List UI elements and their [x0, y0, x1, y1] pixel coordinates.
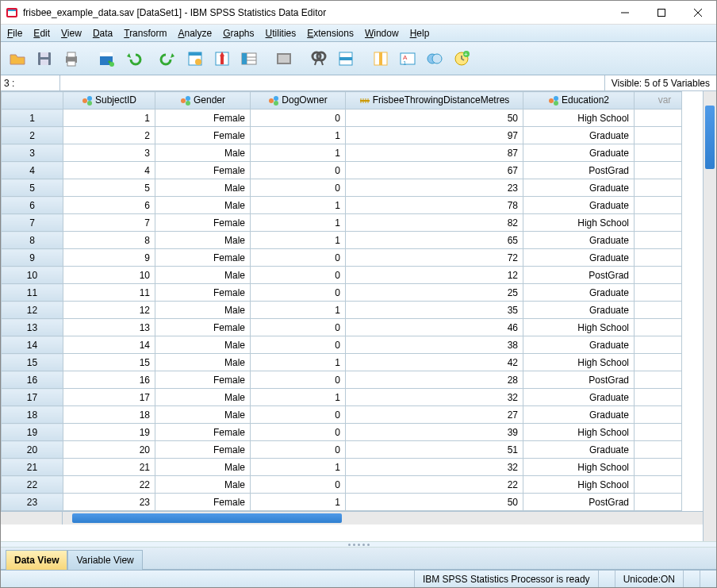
cell[interactable]: 32 — [346, 389, 523, 406]
cell[interactable]: 50 — [346, 494, 523, 511]
cell[interactable]: 0 — [251, 284, 346, 302]
cell[interactable]: 0 — [251, 406, 346, 424]
row-header[interactable]: 14 — [2, 336, 63, 354]
cell[interactable]: High School — [523, 459, 635, 476]
cell[interactable]: 15 — [63, 354, 155, 371]
cell[interactable]: 1 — [251, 144, 346, 162]
cell[interactable]: 11 — [63, 284, 155, 302]
row-header[interactable]: 23 — [2, 494, 63, 511]
weight-icon[interactable] — [423, 47, 447, 71]
cell[interactable]: PostGrad — [523, 371, 635, 389]
splitter-grip[interactable] — [1, 541, 716, 548]
goto-var-icon[interactable] — [210, 47, 234, 71]
row-header[interactable]: 22 — [2, 476, 63, 494]
cell[interactable]: 0 — [251, 162, 346, 179]
cell[interactable]: 12 — [63, 302, 155, 319]
menu-edit[interactable]: Edit — [33, 28, 50, 39]
cell[interactable]: Graduate — [523, 302, 635, 319]
close-button[interactable] — [680, 1, 716, 24]
cell[interactable]: Male — [155, 459, 251, 476]
cell[interactable]: 8 — [63, 232, 155, 249]
data-list-icon[interactable] — [94, 47, 118, 71]
corner-cell[interactable] — [2, 92, 63, 110]
cell[interactable]: 28 — [346, 371, 523, 389]
cell[interactable]: 17 — [63, 389, 155, 406]
cell[interactable]: Female — [155, 214, 251, 232]
cell[interactable]: 4 — [63, 162, 155, 179]
cell-empty[interactable] — [635, 302, 682, 319]
cell[interactable]: 1 — [251, 354, 346, 371]
variables-icon[interactable] — [237, 47, 261, 71]
menu-analyze[interactable]: Analyze — [178, 28, 212, 39]
cell-empty[interactable] — [635, 267, 682, 284]
cell[interactable]: 25 — [346, 284, 523, 302]
cell-empty[interactable] — [635, 319, 682, 336]
row-header[interactable]: 7 — [2, 214, 63, 232]
cell[interactable]: Graduate — [523, 249, 635, 267]
cell[interactable]: 14 — [63, 336, 155, 354]
cell[interactable]: 82 — [346, 214, 523, 232]
cell[interactable]: 12 — [346, 267, 523, 284]
cell[interactable]: Male — [155, 232, 251, 249]
cell[interactable]: 23 — [63, 494, 155, 511]
cell[interactable]: 2 — [63, 127, 155, 144]
data-grid[interactable]: SubjectIDGenderDogOwnerFrisbeeThrowingDi… — [1, 91, 682, 511]
cell-empty[interactable] — [635, 476, 682, 494]
tab-variable-view[interactable]: Variable View — [67, 550, 142, 570]
cell[interactable]: High School — [523, 319, 635, 336]
row-header[interactable]: 4 — [2, 162, 63, 179]
cell[interactable]: High School — [523, 424, 635, 441]
row-header[interactable]: 19 — [2, 424, 63, 441]
cell[interactable]: Female — [155, 371, 251, 389]
split-icon[interactable]: A1 — [396, 47, 420, 71]
cell[interactable]: Female — [155, 127, 251, 144]
col-header-Education2[interactable]: Education2 — [523, 92, 635, 110]
cell[interactable]: Female — [155, 284, 251, 302]
cell[interactable]: High School — [523, 354, 635, 371]
cell[interactable]: 1 — [251, 214, 346, 232]
row-header[interactable]: 6 — [2, 197, 63, 214]
cell[interactable]: 22 — [346, 476, 523, 494]
menu-view[interactable]: View — [61, 28, 82, 39]
cell[interactable]: 51 — [346, 441, 523, 459]
cell[interactable]: Female — [155, 319, 251, 336]
cell[interactable]: Male — [155, 406, 251, 424]
cell[interactable]: Female — [155, 424, 251, 441]
cell-empty[interactable] — [635, 424, 682, 441]
cell-empty[interactable] — [635, 232, 682, 249]
cell[interactable]: 23 — [346, 179, 523, 197]
cell[interactable]: 46 — [346, 319, 523, 336]
vertical-scrollbar[interactable] — [703, 91, 716, 541]
cell[interactable]: Female — [155, 494, 251, 511]
cell[interactable]: 0 — [251, 249, 346, 267]
cell-empty[interactable] — [635, 110, 682, 127]
cell[interactable]: Male — [155, 197, 251, 214]
menu-file[interactable]: File — [7, 28, 22, 39]
cell[interactable]: Male — [155, 179, 251, 197]
save-icon[interactable] — [33, 47, 56, 71]
cell[interactable]: 0 — [251, 441, 346, 459]
col-header-Gender[interactable]: Gender — [155, 92, 251, 110]
cell[interactable]: High School — [523, 110, 635, 127]
cell[interactable]: 21 — [63, 459, 155, 476]
cell[interactable]: 1 — [251, 197, 346, 214]
cell-empty[interactable] — [635, 249, 682, 267]
cell[interactable]: 0 — [251, 267, 346, 284]
cell[interactable]: 6 — [63, 197, 155, 214]
menu-extensions[interactable]: Extensions — [307, 28, 354, 39]
cell[interactable]: 1 — [251, 494, 346, 511]
row-header[interactable]: 18 — [2, 406, 63, 424]
cell[interactable]: High School — [523, 214, 635, 232]
col-header-SubjectID[interactable]: SubjectID — [63, 92, 155, 110]
cell[interactable]: Male — [155, 302, 251, 319]
row-header[interactable]: 5 — [2, 179, 63, 197]
cell-empty[interactable] — [635, 459, 682, 476]
cell[interactable]: 5 — [63, 179, 155, 197]
cell-empty[interactable] — [635, 354, 682, 371]
cell[interactable]: PostGrad — [523, 267, 635, 284]
cell[interactable]: 42 — [346, 354, 523, 371]
cell[interactable]: 1 — [251, 389, 346, 406]
cell[interactable]: Graduate — [523, 127, 635, 144]
minimize-button[interactable] — [607, 1, 643, 24]
cell[interactable]: 87 — [346, 144, 523, 162]
